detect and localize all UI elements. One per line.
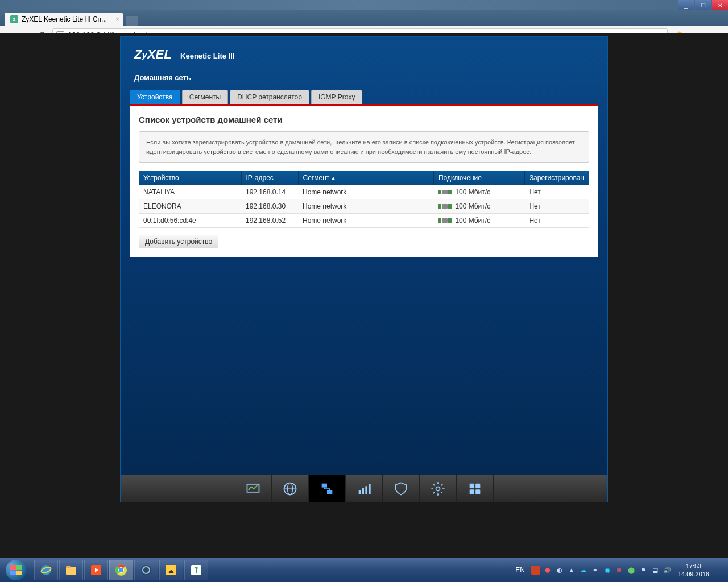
- table-row[interactable]: 00:1f:d0:56:cd:4e192.168.0.52Home networ…: [139, 214, 589, 228]
- device-name: 00:1f:d0:56:cd:4e: [139, 214, 241, 228]
- tray-time: 17:53: [678, 562, 709, 570]
- tray-icon[interactable]: [531, 566, 540, 575]
- svg-rect-4: [322, 483, 327, 487]
- show-desktop-button[interactable]: [718, 558, 723, 582]
- svg-rect-12: [475, 483, 480, 488]
- tab-close-icon[interactable]: ×: [115, 15, 119, 23]
- device-connection: 100 Мбит/с: [433, 199, 524, 214]
- model-name: Keenetic Lite III: [180, 52, 234, 60]
- col-ip[interactable]: IP-адрес: [241, 171, 298, 185]
- tab-devices[interactable]: Устройства: [130, 90, 180, 104]
- col-connection[interactable]: Подключение: [433, 171, 524, 185]
- taskbar-chrome-icon[interactable]: [109, 560, 133, 580]
- router-bottom-toolbar: [121, 475, 607, 502]
- panel-title: Список устройств домашней сети: [139, 115, 589, 124]
- window-maximize-button[interactable]: ☐: [695, 0, 711, 10]
- tray-icon[interactable]: ▲: [567, 566, 576, 575]
- svg-rect-14: [475, 489, 480, 494]
- tab-title: ZyXEL Keenetic Lite III Сп...: [22, 15, 107, 23]
- taskbar-app2-icon[interactable]: [159, 560, 183, 580]
- window-close-button[interactable]: ✕: [712, 0, 728, 10]
- device-segment: Home network: [298, 199, 433, 214]
- device-name: NATALIYA: [139, 185, 241, 199]
- svg-rect-7: [362, 488, 365, 494]
- taskbar-app1-icon[interactable]: [134, 560, 158, 580]
- ethernet-icon: [438, 204, 452, 209]
- device-ip: 192.168.0.14: [241, 185, 298, 199]
- tray-volume-icon[interactable]: 🔊: [663, 566, 672, 575]
- ethernet-icon: [438, 218, 452, 223]
- device-registered: Нет: [524, 185, 589, 199]
- svg-point-10: [436, 487, 440, 490]
- col-device[interactable]: Устройство: [139, 171, 241, 185]
- brand-logo: ZyXEL: [134, 47, 172, 62]
- taskbar-app3-icon[interactable]: [184, 560, 208, 580]
- section-title: Домашняя сеть: [121, 68, 607, 90]
- device-ip: 192.168.0.30: [241, 199, 298, 214]
- svg-rect-5: [327, 490, 332, 494]
- tab-dhcp-relay[interactable]: DHCP ретранслятор: [230, 90, 309, 104]
- browser-tab-bar: Z ZyXEL Keenetic Lite III Сп... ×: [0, 10, 728, 26]
- device-ip: 192.168.0.52: [241, 214, 298, 228]
- device-name: ELEONORA: [139, 199, 241, 214]
- tray-network-icon[interactable]: ⬓: [651, 566, 660, 575]
- ethernet-icon: [438, 190, 452, 194]
- col-registered[interactable]: Зарегистрирован: [524, 171, 589, 185]
- toolbar-apps-button[interactable]: [457, 475, 494, 502]
- device-connection: 100 Мбит/с: [433, 214, 524, 228]
- table-row[interactable]: ELEONORA192.168.0.30Home network100 Мбит…: [139, 199, 589, 214]
- device-registered: Нет: [524, 199, 589, 214]
- start-orb-icon: [6, 560, 26, 580]
- toolbar-shield-button[interactable]: [383, 475, 420, 502]
- tray-icon[interactable]: ⬣: [543, 566, 552, 575]
- browser-tab[interactable]: Z ZyXEL Keenetic Lite III Сп... ×: [5, 13, 123, 26]
- tab-favicon-icon: Z: [10, 15, 18, 23]
- tray-icon[interactable]: ✽: [615, 566, 624, 575]
- svg-rect-6: [359, 490, 361, 494]
- device-registered: Нет: [524, 214, 589, 228]
- content-tabs: Устройства Сегменты DHCP ретранслятор IG…: [121, 90, 607, 104]
- taskbar-explorer-icon[interactable]: [59, 560, 83, 580]
- tray-date: 14.09.2016: [678, 570, 709, 578]
- toolbar-gear-button[interactable]: [420, 475, 457, 502]
- content-panel: Список устройств домашней сети Если вы х…: [130, 104, 598, 257]
- start-button[interactable]: [0, 558, 32, 582]
- new-tab-button[interactable]: [126, 16, 138, 26]
- taskbar-ie-icon[interactable]: [34, 560, 58, 580]
- tab-segments[interactable]: Сегменты: [182, 90, 228, 104]
- device-segment: Home network: [298, 214, 433, 228]
- svg-rect-11: [470, 483, 474, 488]
- tray-icon[interactable]: ☁: [579, 566, 588, 575]
- svg-point-24: [119, 568, 123, 572]
- table-row[interactable]: NATALIYA192.168.0.14Home network100 Мбит…: [139, 185, 589, 199]
- device-connection: 100 Мбит/с: [433, 185, 524, 199]
- router-admin-panel: ZyXEL Keenetic Lite III Домашняя сеть Ус…: [120, 36, 608, 502]
- tray-clock[interactable]: 17:53 14.09.2016: [675, 562, 713, 579]
- device-table: Устройство IP-адрес Сегмент ▴ Подключени…: [139, 171, 589, 228]
- windows-taskbar: EN ⬣ ◐ ▲ ☁ ✦ ◉ ✽ ⬤ ⚑ ⬓ 🔊 17:53 14.09.201…: [0, 558, 728, 582]
- tray-language[interactable]: EN: [515, 566, 525, 574]
- col-segment[interactable]: Сегмент ▴: [298, 171, 433, 185]
- svg-rect-8: [365, 486, 367, 494]
- tray-icon[interactable]: ◐: [555, 566, 564, 575]
- toolbar-wifi-button[interactable]: [346, 475, 383, 502]
- svg-rect-13: [470, 489, 474, 494]
- svg-rect-9: [369, 484, 371, 494]
- tray-icon[interactable]: ✦: [591, 566, 600, 575]
- taskbar-media-icon[interactable]: [84, 560, 108, 580]
- tray-icon[interactable]: ⬤: [627, 566, 636, 575]
- toolbar-network-button[interactable]: [309, 475, 346, 502]
- svg-rect-18: [66, 566, 71, 568]
- toolbar-globe-button[interactable]: [272, 475, 309, 502]
- add-device-button[interactable]: Добавить устройство: [139, 235, 218, 248]
- system-tray: EN ⬣ ◐ ▲ ☁ ✦ ◉ ✽ ⬤ ⚑ ⬓ 🔊 17:53 14.09.201…: [515, 558, 728, 582]
- device-segment: Home network: [298, 185, 433, 199]
- tray-icon[interactable]: ◉: [603, 566, 612, 575]
- toolbar-monitor-button[interactable]: [235, 475, 272, 502]
- tray-flag-icon[interactable]: ⚑: [639, 566, 648, 575]
- info-text: Если вы хотите зарегистрировать устройст…: [139, 131, 589, 163]
- window-minimize-button[interactable]: _: [678, 0, 694, 10]
- tab-igmp-proxy[interactable]: IGMP Proxy: [311, 90, 362, 104]
